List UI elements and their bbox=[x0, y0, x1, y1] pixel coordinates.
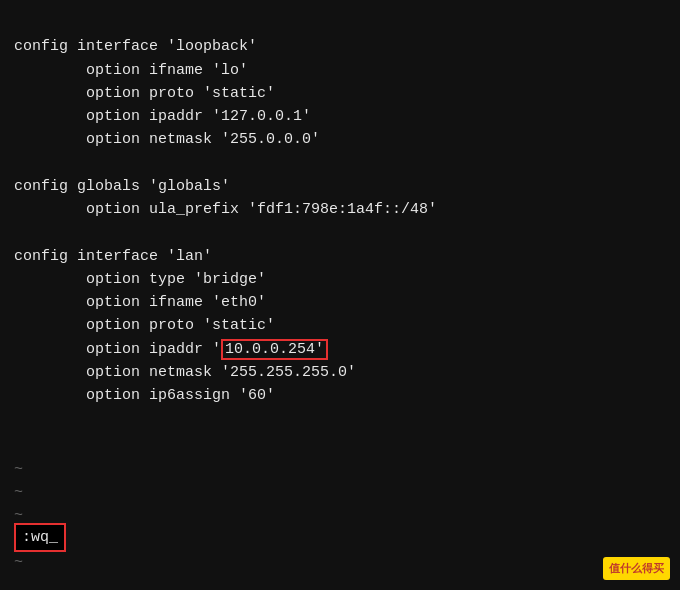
tilde-3: ~ bbox=[14, 504, 666, 527]
ipaddr-highlight: 10.0.0.254' bbox=[221, 339, 328, 360]
tilde-4: ~ bbox=[14, 528, 666, 551]
line-option-ifname-eth0: option ifname 'eth0' bbox=[14, 294, 266, 311]
terminal-content: config interface 'loopback' option ifnam… bbox=[14, 12, 666, 454]
tilde-section: ~ ~ ~ ~ ~ bbox=[14, 458, 666, 574]
line-config-lan: config interface 'lan' bbox=[14, 248, 212, 265]
terminal-window: config interface 'loopback' option ifnam… bbox=[0, 0, 680, 590]
line-option-ifname-lo: option ifname 'lo' bbox=[14, 62, 248, 79]
tilde-2: ~ bbox=[14, 481, 666, 504]
vim-command-box: :wq_ bbox=[14, 523, 66, 552]
line-option-ipaddr-loopback: option ipaddr '127.0.0.1' bbox=[14, 108, 311, 125]
tilde-1: ~ bbox=[14, 458, 666, 481]
command-line: :wq_ bbox=[14, 523, 66, 552]
line-config-loopback: config interface 'loopback' bbox=[14, 38, 257, 55]
line-option-proto-lan: option proto 'static' bbox=[14, 317, 275, 334]
line-option-type: option type 'bridge' bbox=[14, 271, 266, 288]
line-option-ip6assign: option ip6assign '60' bbox=[14, 387, 275, 404]
line-option-netmask-loopback: option netmask '255.0.0.0' bbox=[14, 131, 320, 148]
line-option-netmask-lan: option netmask '255.255.255.0' bbox=[14, 364, 356, 381]
line-option-ipaddr-lan: option ipaddr '10.0.0.254' bbox=[14, 339, 328, 360]
line-option-proto-static: option proto 'static' bbox=[14, 85, 275, 102]
watermark: 值什么得买 bbox=[603, 557, 670, 580]
line-config-globals: config globals 'globals' bbox=[14, 178, 230, 195]
line-option-ula-prefix: option ula_prefix 'fdf1:798e:1a4f::/48' bbox=[14, 201, 437, 218]
tilde-5: ~ bbox=[14, 551, 666, 574]
